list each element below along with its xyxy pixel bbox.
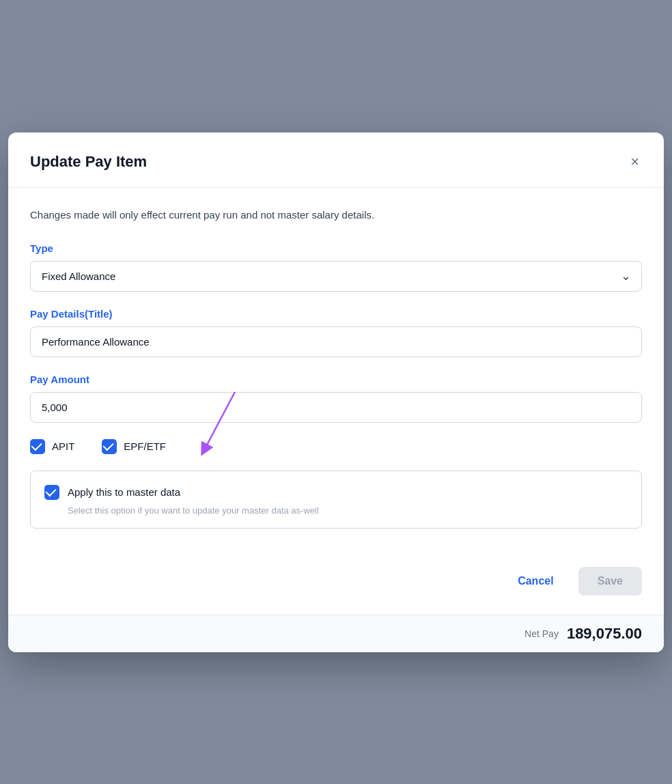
- pay-amount-label: Pay Amount: [30, 374, 642, 385]
- type-field-group: Type Fixed AllowanceVariable AllowanceDe…: [30, 242, 642, 292]
- net-pay-value: 189,075.00: [567, 625, 642, 643]
- apit-checkbox-item[interactable]: APIT: [30, 439, 74, 454]
- master-data-desc: Select this option if you want to update…: [68, 505, 628, 516]
- info-text: Changes made will only effect current pa…: [30, 207, 642, 223]
- master-data-box: Apply this to master data Select this op…: [30, 471, 642, 529]
- type-label: Type: [30, 242, 642, 254]
- master-data-checkbox-visual: [44, 485, 59, 500]
- bottom-bar: Net Pay 189,075.00: [8, 615, 664, 652]
- type-select-wrapper: Fixed AllowanceVariable AllowanceDeducti…: [30, 261, 642, 292]
- apit-checkbox-visual: [30, 439, 45, 454]
- pay-details-field-group: Pay Details(Title): [30, 308, 642, 357]
- master-data-row: Apply this to master data: [44, 485, 628, 500]
- epf-etf-label: EPF/ETF: [124, 440, 166, 452]
- epf-etf-checkbox-visual: [102, 439, 117, 454]
- modal-body: Changes made will only effect current pa…: [8, 188, 664, 567]
- close-button[interactable]: ×: [628, 152, 642, 172]
- modal-footer: Cancel Save: [8, 567, 664, 615]
- master-data-checkbox-item[interactable]: [44, 485, 59, 500]
- update-pay-item-modal: Update Pay Item × Changes made will only…: [8, 132, 664, 652]
- pay-details-label: Pay Details(Title): [30, 308, 642, 320]
- pay-amount-input[interactable]: [30, 392, 642, 423]
- master-data-title: Apply this to master data: [68, 486, 180, 498]
- pay-amount-wrapper: [30, 392, 642, 423]
- modal-title: Update Pay Item: [30, 153, 147, 171]
- save-button[interactable]: Save: [578, 567, 642, 596]
- cancel-button[interactable]: Cancel: [504, 568, 567, 594]
- modal-header: Update Pay Item ×: [8, 132, 664, 188]
- pay-details-input[interactable]: [30, 326, 642, 357]
- checkboxes-row: APIT EPF/ETF: [30, 439, 642, 454]
- epf-etf-checkbox-item[interactable]: EPF/ETF: [102, 439, 166, 454]
- apit-label: APIT: [52, 440, 74, 452]
- pay-amount-field-group: Pay Amount: [30, 374, 642, 423]
- net-pay-label: Net Pay: [524, 628, 559, 639]
- type-select[interactable]: Fixed AllowanceVariable AllowanceDeducti…: [30, 261, 642, 292]
